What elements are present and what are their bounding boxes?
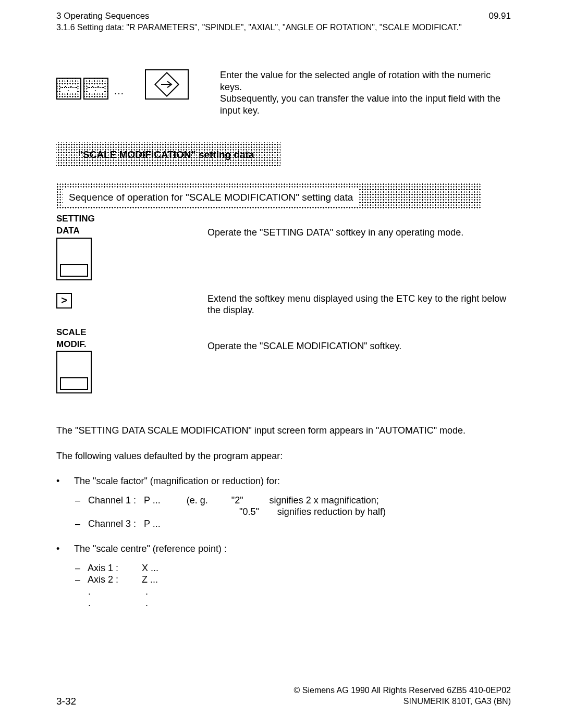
page-number: 3-32 <box>56 696 76 707</box>
list-item: – Axis 2 : Z ... <box>75 574 511 586</box>
key-group: • • • • • • … <box>56 69 189 100</box>
copyright: © Siemens AG 1990 All Rights Reserved 6Z… <box>294 685 511 696</box>
softkey-label-line2: MODIF. <box>56 339 207 350</box>
list-item: "0.5" signifies reduction by half) <box>75 506 511 518</box>
bullet-1-text: The "scale factor" (magnification or red… <box>74 475 280 487</box>
product-id: SINUMERIK 810T, GA3 (BN) <box>294 696 511 707</box>
softkey-label-line2: DATA <box>56 225 207 236</box>
step-2-text: Extend the softkey menu displayed using … <box>207 293 511 316</box>
bullet-2: • The "scale centre" (reference point) : <box>56 543 511 555</box>
step-2: > Extend the softkey menu displayed usin… <box>56 293 511 316</box>
paragraph-1: The "SETTING DATA SCALE MODIFICATION" in… <box>56 425 511 437</box>
numeric-input-row: • • • • • • … Enter the value for the se… <box>56 69 511 116</box>
sequence-heading: Sequence of operation for "SCALE MODIFIC… <box>56 183 511 209</box>
softkey-icon <box>56 238 92 280</box>
chapter-title: 3 Operating Sequences <box>56 10 150 21</box>
step-3: SCALE MODIF. Operate the "SCALE MODIFICA… <box>56 327 511 394</box>
section-title: "SCALE MODIFICATION" setting data <box>78 149 254 160</box>
softkey-label-line1: SCALE <box>56 327 207 338</box>
step-1: SETTING DATA Operate the "SETTING DATA" … <box>56 213 511 280</box>
step-3-text: Operate the "SCALE MODIFICATION" softkey… <box>207 340 401 352</box>
etc-key-icon: > <box>56 293 72 309</box>
softkey-icon <box>56 351 92 393</box>
intro-line-2: Subsequently, you can transfer the value… <box>220 93 511 116</box>
bullet-2-text: The "scale centre" (reference point) : <box>74 543 227 555</box>
paragraph-2: The following values defaulted by the pr… <box>56 450 511 462</box>
section-banner: "SCALE MODIFICATION" setting data <box>56 142 280 167</box>
list-item: – Axis 1 : X ... <box>75 562 511 574</box>
header-date: 09.91 <box>488 10 511 21</box>
list-item: . . <box>75 597 511 609</box>
list-item: . . <box>75 586 511 598</box>
input-key-icon <box>145 69 189 100</box>
intro-line-1: Enter the value for the selected angle o… <box>220 69 511 93</box>
bullet-2-sublist: – Axis 1 : X ... – Axis 2 : Z ... . . . … <box>56 562 511 609</box>
bullet-marker: • <box>56 475 74 487</box>
list-item: – Channel 3 : P ... <box>75 518 511 530</box>
page-footer: 3-32 © Siemens AG 1990 All Rights Reserv… <box>56 685 511 707</box>
step-1-text: Operate the "SETTING DATA" softkey in an… <box>207 227 463 239</box>
softkey-label-line1: SETTING <box>56 213 207 224</box>
sequence-title: Sequence of operation for "SCALE MODIFIC… <box>63 188 359 207</box>
bullet-1-sublist: – Channel 1 : P ... (e. g. "2" signifies… <box>56 495 511 530</box>
bullet-1: • The "scale factor" (magnification or r… <box>56 475 511 487</box>
numeric-key-icon: • • • <box>83 78 108 100</box>
etc-key-glyph: > <box>61 294 67 307</box>
page-container: 3 Operating Sequences 09.91 3.1.6 Settin… <box>0 0 563 609</box>
intro-text: Enter the value for the selected angle o… <box>220 69 511 116</box>
subsection-title: 3.1.6 Setting data: "R PARAMETERS", "SPI… <box>56 22 511 33</box>
page-header: 3 Operating Sequences 09.91 <box>56 10 511 21</box>
list-item: – Channel 1 : P ... (e. g. "2" signifies… <box>75 495 511 507</box>
bullet-marker: • <box>56 543 74 555</box>
numeric-key-icon: • • • <box>56 78 81 100</box>
ellipsis: … <box>114 84 124 97</box>
